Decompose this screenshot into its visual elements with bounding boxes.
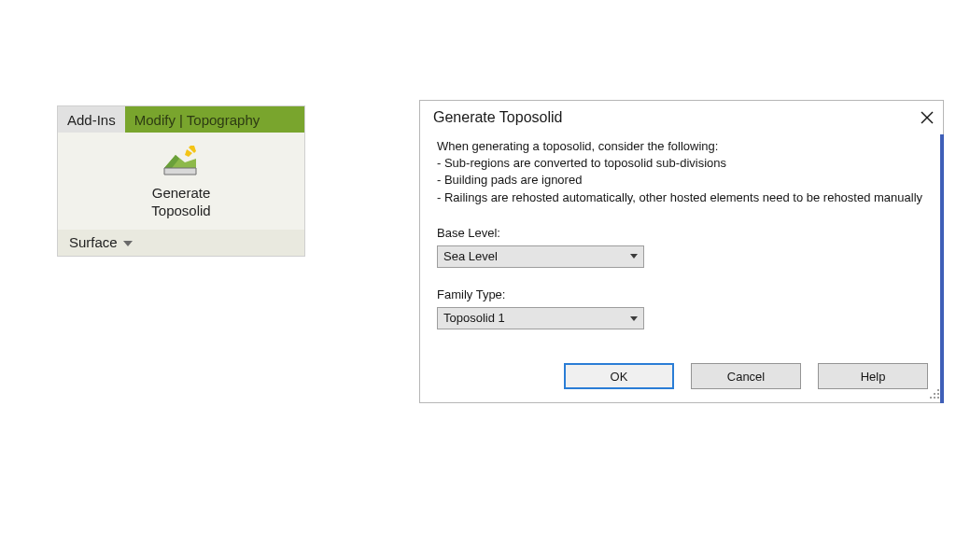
ribbon-panel-dropdown[interactable]: Surface xyxy=(58,230,304,256)
chevron-down-icon xyxy=(625,246,643,267)
ribbon-body: Generate Toposolid Surface xyxy=(58,133,304,256)
dialog-title: Generate Toposolid xyxy=(433,109,562,126)
family-type-dropdown[interactable]: Toposolid 1 xyxy=(437,307,644,329)
button-label: Help xyxy=(861,370,886,384)
close-icon[interactable] xyxy=(921,111,934,124)
generate-toposolid-dialog: Generate Toposolid When generating a top… xyxy=(419,100,944,403)
info-bullet: - Sub-regions are converted to toposolid… xyxy=(437,155,926,172)
family-type-value: Toposolid 1 xyxy=(438,310,625,327)
dialog-titlebar: Generate Toposolid xyxy=(420,101,943,134)
panel-label-text: Surface xyxy=(69,230,118,256)
base-level-value: Sea Level xyxy=(438,248,625,265)
dialog-body: When generating a toposolid, consider th… xyxy=(420,134,943,335)
generate-toposolid-button[interactable]: Generate Toposolid xyxy=(141,146,221,220)
ribbon-panel: Add-Ins Modify | Topography Gen xyxy=(57,105,305,257)
ok-button[interactable]: OK xyxy=(564,363,674,389)
info-heading: When generating a toposolid, consider th… xyxy=(437,138,926,155)
tab-add-ins[interactable]: Add-Ins xyxy=(58,106,125,133)
button-label: Cancel xyxy=(727,370,765,384)
help-button[interactable]: Help xyxy=(818,363,928,389)
tab-label: Modify | Topography xyxy=(134,112,260,128)
tool-label-line1: Generate xyxy=(152,185,211,203)
dialog-right-accent xyxy=(940,134,944,403)
base-level-dropdown[interactable]: Sea Level xyxy=(437,245,644,268)
toposolid-icon xyxy=(161,146,202,179)
tool-label-line2: Toposolid xyxy=(151,203,210,220)
chevron-down-icon xyxy=(123,241,133,246)
svg-rect-4 xyxy=(164,168,196,175)
tab-modify-topography[interactable]: Modify | Topography xyxy=(125,106,304,133)
family-type-label: Family Type: xyxy=(437,287,926,303)
dialog-button-row: OK Cancel Help xyxy=(420,335,943,402)
resize-grip-icon[interactable] xyxy=(928,387,941,400)
button-label: OK xyxy=(611,370,628,384)
info-bullet: - Building pads are ignored xyxy=(437,172,926,189)
tab-label: Add-Ins xyxy=(67,112,116,128)
svg-marker-1 xyxy=(185,149,192,157)
base-level-label: Base Level: xyxy=(437,225,926,242)
info-bullet: - Railings are rehosted automatically, o… xyxy=(437,189,926,206)
ribbon-tabbar: Add-Ins Modify | Topography xyxy=(58,106,304,133)
cancel-button[interactable]: Cancel xyxy=(691,363,801,389)
chevron-down-icon xyxy=(625,308,643,329)
